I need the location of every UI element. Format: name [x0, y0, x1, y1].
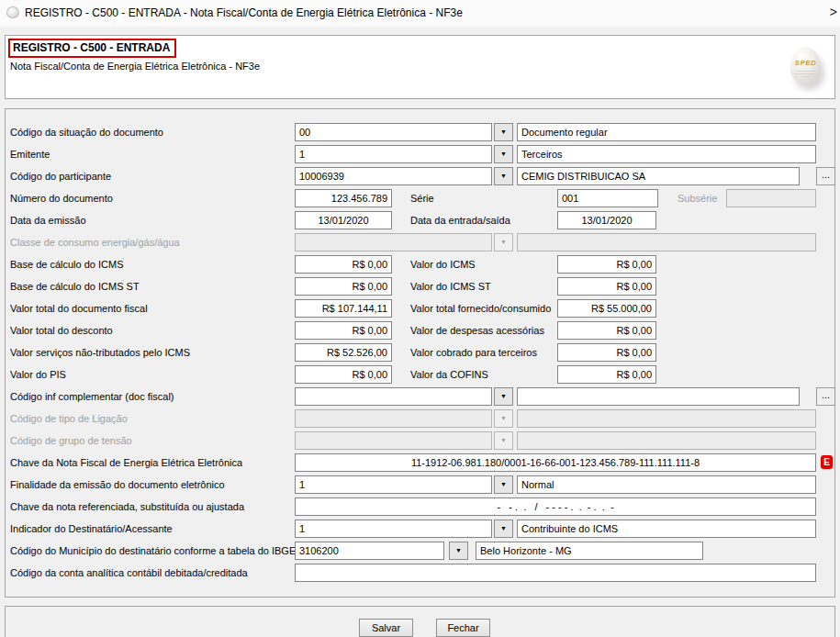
cod-inf-complementar-input[interactable]: [295, 387, 492, 406]
cod-inf-complementar-browse-button[interactable]: ...: [816, 387, 835, 406]
valor-total-documento-label2: Valor total fornecido/consumido: [410, 299, 551, 318]
tipo-ligacao-description: [517, 409, 816, 428]
bc-icms-st-input[interactable]: R$ 0,00: [295, 277, 392, 296]
numero-documento-subserie-input: [726, 189, 816, 207]
valor-pis-label: Valor do PIS: [10, 365, 66, 384]
numero-documento-subserie-label: Subsérie: [678, 189, 717, 207]
save-button[interactable]: Salvar: [359, 619, 413, 637]
tipo-ligacao-input: [295, 409, 492, 428]
situacao-documento-label: Código da situação do documento: [10, 123, 163, 141]
indicador-destinatario-label: Indicador do Destinatário/Acessante: [10, 520, 173, 538]
valor-desconto-label: Valor total do desconto: [10, 321, 113, 340]
tipo-ligacao-dropdown-button: ▼: [494, 409, 513, 428]
numero-documento-serie-input[interactable]: 001: [557, 189, 658, 207]
form-panel: Código da situação do documento00▼Docume…: [5, 108, 835, 598]
indicador-destinatario-dropdown-button[interactable]: ▼: [494, 520, 513, 538]
municipio-ibge-input[interactable]: 3106200: [295, 542, 444, 560]
close-button[interactable]: Fechar: [436, 619, 490, 637]
classe-consumo-description: [517, 233, 816, 251]
participante-dropdown-button[interactable]: ▼: [494, 167, 513, 185]
participante-label: Código do participante: [10, 167, 111, 185]
bc-icms-st-label2: Valor do ICMS ST: [410, 277, 491, 296]
valor-pis-label2: Valor da COFINS: [410, 365, 488, 384]
bc-icms-st-label: Base de cálculo do ICMS ST: [10, 277, 140, 296]
situacao-documento-description[interactable]: Documento regular: [517, 123, 816, 141]
valor-servicos-nao-tributados-input2[interactable]: R$ 0,00: [557, 343, 656, 362]
finalidade-emissao-description[interactable]: Normal: [517, 475, 816, 494]
valor-desconto-label2: Valor de despesas acessórias: [410, 321, 544, 340]
conta-analitica-label: Código da conta analítica contábil debit…: [10, 564, 248, 582]
municipio-ibge-description[interactable]: Belo Horizonte - MG: [476, 542, 703, 560]
grupo-tensao-dropdown-button: ▼: [494, 431, 513, 450]
data-emissao-input2[interactable]: 13/01/2020: [557, 211, 656, 229]
sped-egg-lines: [795, 69, 816, 77]
cod-inf-complementar-description[interactable]: [517, 387, 800, 406]
sped-egg-body: SPED: [790, 47, 821, 84]
chevron-right-icon[interactable]: >: [830, 5, 837, 19]
emitente-description[interactable]: Terceiros: [517, 145, 816, 163]
footer-panel: Salvar Fechar: [5, 606, 835, 637]
indicador-destinatario-description[interactable]: Contribuinte do ICMS: [517, 520, 816, 538]
valor-total-documento-input[interactable]: R$ 107.144,11: [295, 299, 392, 318]
finalidade-emissao-input[interactable]: 1: [295, 475, 492, 494]
finalidade-emissao-dropdown-button[interactable]: ▼: [494, 475, 513, 494]
bc-icms-st-input2[interactable]: R$ 0,00: [557, 277, 656, 296]
data-emissao-label: Data da emissão: [10, 211, 86, 229]
municipio-ibge-dropdown-button[interactable]: ▼: [449, 542, 468, 560]
participante-description[interactable]: CEMIG DISTRIBUICAO SA: [517, 167, 800, 185]
title-bar: REGISTRO - C500 - ENTRADA - Nota Fiscal/…: [0, 0, 840, 27]
tipo-ligacao-label: Código de tipo de Ligação: [10, 409, 128, 428]
emitente-dropdown-button[interactable]: ▼: [494, 145, 513, 163]
valor-total-documento-input2[interactable]: R$ 55.000,00: [557, 299, 656, 318]
participante-input[interactable]: 10006939: [295, 167, 492, 185]
valor-desconto-input2[interactable]: R$ 0,00: [557, 321, 656, 340]
data-emissao-input[interactable]: 13/01/2020: [295, 211, 392, 229]
conta-analitica-input[interactable]: [295, 564, 816, 582]
situacao-documento-dropdown-button[interactable]: ▼: [494, 123, 513, 141]
municipio-ibge-label: Código do Município do destinatário conf…: [10, 542, 296, 560]
chave-nf3e-label: Chave da Nota Fiscal de Energia Elétrica…: [10, 453, 242, 472]
chave-nf3e-input[interactable]: 11-1912-06.981.180/0001-16-66-001-123.45…: [295, 453, 816, 472]
grupo-tensao-description: [517, 431, 816, 450]
emitente-input[interactable]: 1: [295, 145, 492, 163]
bc-icms-label2: Valor do ICMS: [410, 255, 476, 274]
window-title: REGISTRO - C500 - ENTRADA - Nota Fiscal/…: [25, 6, 463, 19]
numero-documento-serie-label: Série: [410, 189, 434, 207]
cod-inf-complementar-label: Código inf complementar (doc fiscal): [10, 387, 174, 406]
chave-referenciada-label: Chave da nota referenciada, substituída …: [10, 497, 244, 516]
valor-total-documento-label: Valor total do documento fiscal: [10, 299, 148, 318]
sped-egg-icon: [6, 6, 19, 18]
sped-logo-icon: SPED: [789, 47, 823, 87]
valor-servicos-nao-tributados-label: Valor serviços não-tributados pelo ICMS: [10, 343, 190, 362]
grupo-tensao-label: Código de grupo de tensão: [10, 431, 132, 450]
bc-icms-input[interactable]: R$ 0,00: [295, 255, 392, 274]
valor-desconto-input[interactable]: R$ 0,00: [295, 321, 392, 340]
register-subtitle: Nota Fiscal/Conta de Energia Elétrica El…: [10, 61, 260, 72]
valor-servicos-nao-tributados-label2: Valor cobrado para terceiros: [410, 343, 537, 362]
numero-documento-label: Número do documento: [10, 189, 113, 207]
header-panel: REGISTRO - C500 - ENTRADA Nota Fiscal/Co…: [5, 35, 835, 99]
chave-referenciada-input[interactable]: - - . . / - - - - . . - . . -: [295, 497, 816, 516]
emitente-label: Emitente: [10, 145, 50, 163]
valor-servicos-nao-tributados-input[interactable]: R$ 52.526,00: [295, 343, 392, 362]
finalidade-emissao-label: Finalidade da emissão do documento eletr…: [10, 475, 225, 494]
data-emissao-label2: Data da entrada/saída: [410, 211, 510, 229]
situacao-documento-input[interactable]: 00: [295, 123, 492, 141]
participante-browse-button[interactable]: ...: [816, 167, 835, 185]
indicador-destinatario-input[interactable]: 1: [295, 520, 492, 538]
register-title: REGISTRO - C500 - ENTRADA: [8, 39, 176, 58]
grupo-tensao-input: [295, 431, 492, 450]
valor-pis-input2[interactable]: R$ 0,00: [557, 365, 656, 384]
classe-consumo-dropdown-button: ▼: [494, 233, 513, 251]
valor-pis-input[interactable]: R$ 0,00: [295, 365, 392, 384]
bc-icms-input2[interactable]: R$ 0,00: [557, 255, 656, 274]
window: REGISTRO - C500 - ENTRADA - Nota Fiscal/…: [0, 0, 840, 637]
classe-consumo-label: Classe de consumo energia/gás/água: [10, 233, 180, 251]
sped-logo-text: SPED: [790, 59, 821, 67]
chave-nf3e-error-icon: E: [821, 455, 833, 469]
bc-icms-label: Base de cálculo do ICMS: [10, 255, 124, 274]
classe-consumo-input: [295, 233, 492, 251]
cod-inf-complementar-dropdown-button[interactable]: ▼: [494, 387, 513, 406]
numero-documento-input[interactable]: 123.456.789: [295, 189, 392, 207]
